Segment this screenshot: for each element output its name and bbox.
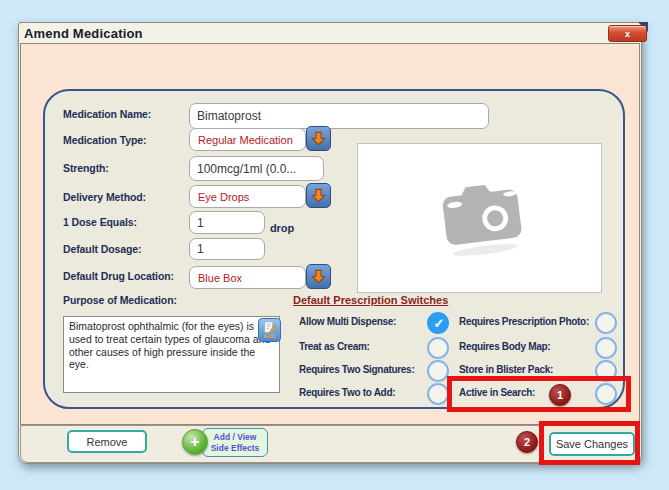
dose-equals-input[interactable] <box>189 211 265 234</box>
annotation-box-1 <box>447 376 631 412</box>
drug-location-label: Default Drug Location: <box>63 270 174 282</box>
medication-type-select[interactable]: Regular Medication <box>189 128 306 151</box>
purpose-label: Purpose of Medication: <box>63 294 177 306</box>
purpose-textarea[interactable]: Bimatoprost ophthalmic (for the eyes) is… <box>63 316 280 393</box>
delivery-method-dropdown-button[interactable] <box>306 183 331 208</box>
switch-label-allow-multi-dispense: Allow Multi Dispense: <box>299 316 396 327</box>
delivery-method-label: Delivery Method: <box>63 191 146 203</box>
window-title: Amend Medication <box>24 26 143 41</box>
edit-note-icon[interactable]: Edit <box>258 318 281 342</box>
dose-unit-label: drop <box>270 222 294 234</box>
close-icon: x <box>625 29 630 39</box>
switch-label-requires-two-to-add: Requires Two to Add: <box>299 387 395 398</box>
medication-type-dropdown-button[interactable] <box>306 126 331 151</box>
strength-label: Strength: <box>63 162 109 174</box>
switch-label-treat-as-cream: Treat as Cream: <box>299 341 370 352</box>
dose-equals-label: 1 Dose Equals: <box>63 216 137 228</box>
drug-location-value: Blue Box <box>198 272 242 284</box>
delivery-method-value: Eye Drops <box>198 191 249 203</box>
medication-name-label: Medication Name: <box>63 108 151 120</box>
delivery-method-select[interactable]: Eye Drops <box>189 185 306 208</box>
remove-button-label: Remove <box>87 436 128 448</box>
switch-allow-multi-dispense[interactable] <box>427 312 449 334</box>
switch-requires-two-to-add[interactable] <box>427 383 449 405</box>
switch-label-store-in-blister-pack: Store in Blister Pack: <box>459 364 553 375</box>
side-effects-label-line1: Add / View <box>214 432 257 442</box>
annotation-badge-2: 2 <box>516 431 538 453</box>
strength-input[interactable] <box>189 156 324 181</box>
switch-label-requires-body-map: Requires Body Map: <box>459 341 550 352</box>
default-dosage-input[interactable] <box>189 238 265 260</box>
switch-requires-prescription-photo[interactable] <box>595 312 617 334</box>
switch-requires-two-signatures[interactable] <box>427 360 449 382</box>
annotation-badge-1: 1 <box>549 384 571 406</box>
switch-requires-body-map[interactable] <box>595 337 617 359</box>
annotation-box-2 <box>539 421 640 465</box>
down-arrow-icon <box>311 269 326 284</box>
plus-icon: + <box>182 429 208 455</box>
default-dosage-label: Default Dosage: <box>63 243 141 255</box>
side-effects-button-body: Add / View Side Effects <box>202 428 268 457</box>
edit-caption: Edit <box>264 333 275 339</box>
medication-photo-placeholder[interactable] <box>357 143 602 293</box>
side-effects-label-line2: Side Effects <box>211 443 260 453</box>
medication-type-value: Regular Medication <box>198 134 293 146</box>
medication-name-input[interactable] <box>189 103 489 129</box>
down-arrow-icon <box>311 131 326 146</box>
close-button[interactable]: x <box>608 25 647 42</box>
remove-button[interactable]: Remove <box>67 430 147 453</box>
switch-treat-as-cream[interactable] <box>427 337 449 359</box>
switch-label-requires-two-signatures: Requires Two Signatures: <box>299 364 414 375</box>
medication-type-label: Medication Type: <box>63 134 146 146</box>
add-view-side-effects-button[interactable]: Add / View Side Effects + <box>182 427 268 456</box>
drug-location-dropdown-button[interactable] <box>306 264 331 289</box>
switch-label-requires-prescription-photo: Requires Prescription Photo: <box>459 316 589 327</box>
down-arrow-icon <box>311 188 326 203</box>
camera-icon <box>415 168 545 268</box>
prescription-switches-heading: Default Prescription Switches <box>293 294 448 306</box>
drug-location-select[interactable]: Blue Box <box>189 266 306 289</box>
